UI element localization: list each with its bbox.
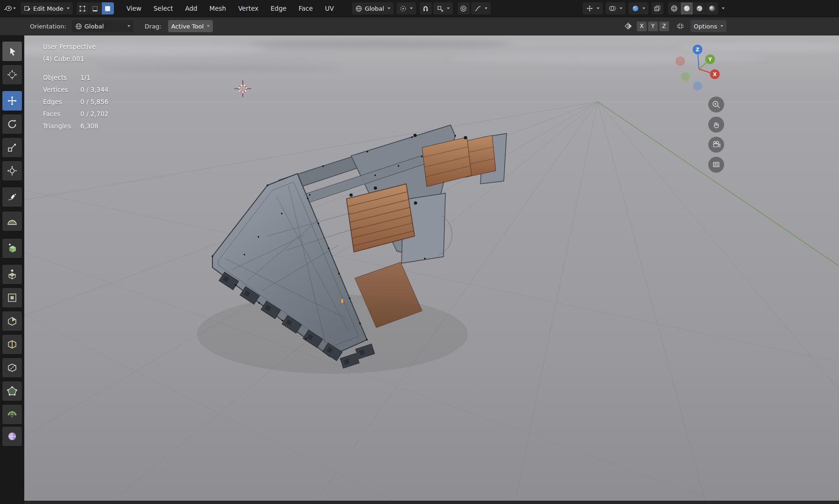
snap-target-icon — [437, 5, 444, 12]
annotate-pen-icon — [7, 191, 18, 203]
gizmo-z-neg[interactable] — [693, 82, 702, 90]
tool-poly-build[interactable] — [2, 381, 22, 401]
proportional-edit-button[interactable] — [458, 2, 470, 14]
pan-button[interactable] — [708, 117, 724, 133]
mode-dropdown[interactable]: Edit Mode — [21, 2, 73, 14]
gizmo-y-label: Y — [708, 56, 712, 63]
tool-measure[interactable] — [2, 211, 22, 231]
inset-icon — [7, 292, 18, 303]
stat-objects: Objects1/1 — [43, 71, 108, 84]
toggle-ortho-button[interactable] — [708, 157, 724, 173]
menu-mesh[interactable]: Mesh — [205, 3, 231, 14]
gizmo-z-label: Z — [696, 47, 699, 53]
tool-smooth[interactable] — [2, 426, 22, 447]
view-info: User Perspective (4) Cube.001 — [43, 41, 96, 65]
knife-icon — [7, 362, 18, 373]
tool-cursor[interactable] — [2, 64, 22, 85]
tool-spin[interactable] — [2, 404, 22, 425]
toggle-xray-button[interactable] — [651, 2, 663, 14]
snap-toggle-button[interactable] — [420, 2, 432, 14]
menu-uv[interactable]: UV — [321, 3, 338, 14]
globe-icon — [355, 5, 362, 12]
camera-view-button[interactable] — [708, 137, 724, 153]
face-select-button[interactable] — [102, 2, 114, 14]
snap-small-icon[interactable] — [676, 22, 685, 30]
shading-rendered-button[interactable] — [706, 2, 718, 14]
mirror-y-button[interactable]: Y — [648, 21, 658, 31]
tool-inset-faces[interactable] — [2, 287, 22, 308]
shading-preview-dropdown[interactable] — [628, 2, 649, 14]
pivot-point-dropdown[interactable] — [396, 2, 416, 14]
menu-add[interactable]: Add — [181, 3, 201, 14]
tool-annotate[interactable] — [2, 187, 22, 207]
toolbar — [0, 35, 24, 504]
tool-tweak[interactable] — [2, 41, 22, 62]
scale-icon — [7, 142, 18, 153]
tool-transform[interactable] — [2, 161, 22, 181]
shading-preview-icon — [632, 5, 639, 12]
mirror-z-button[interactable]: Z — [659, 21, 669, 31]
tool-rotate[interactable] — [2, 114, 22, 134]
menu-select[interactable]: Select — [149, 3, 177, 14]
view-label: User Perspective — [43, 41, 96, 53]
gizmo-x-label: X — [713, 71, 717, 77]
active-vertex-marker — [341, 299, 343, 303]
falloff-curve-icon — [474, 5, 481, 12]
menu-face[interactable]: Face — [295, 3, 317, 14]
tool-bevel[interactable] — [2, 311, 22, 331]
blender-logo-button[interactable] — [4, 2, 16, 14]
falloff-dropdown[interactable] — [471, 2, 491, 14]
mirror-icon[interactable] — [624, 22, 633, 30]
orientation-value-dropdown[interactable]: Global — [72, 20, 134, 32]
xray-icon — [654, 5, 661, 12]
orientation-label: Global — [365, 5, 384, 12]
object-name: (4) Cube.001 — [43, 53, 96, 65]
menu-view[interactable]: View — [122, 3, 146, 14]
menu-vertex[interactable]: Vertex — [234, 3, 262, 14]
viewport-nav-buttons — [708, 97, 724, 177]
solid-sphere-icon — [683, 5, 691, 12]
pan-hand-icon — [711, 119, 721, 130]
transform-orientation-dropdown[interactable]: Global — [352, 2, 393, 14]
shading-material-button[interactable] — [693, 2, 705, 14]
status-bar — [24, 501, 839, 504]
orientation-value: Global — [85, 23, 124, 30]
edge-select-icon — [92, 5, 99, 12]
gizmo-y-neg[interactable] — [681, 72, 690, 81]
shading-solid-button[interactable] — [681, 2, 693, 14]
tool-extrude-region[interactable] — [2, 264, 22, 285]
tool-loop-cut[interactable] — [2, 334, 22, 355]
navigation-gizmo[interactable]: Z Y X — [672, 42, 726, 96]
edge-select-button[interactable] — [89, 2, 101, 14]
show-gizmo-dropdown[interactable] — [583, 2, 603, 14]
menu-edge[interactable]: Edge — [267, 3, 291, 14]
vertex-select-button[interactable] — [77, 2, 89, 14]
ortho-grid-icon — [711, 160, 721, 170]
transform-icon — [7, 165, 18, 176]
tool-knife[interactable] — [2, 357, 22, 378]
tool-scale[interactable] — [2, 137, 22, 158]
globe-icon — [75, 23, 82, 30]
snap-target-dropdown[interactable] — [433, 2, 453, 14]
shading-wireframe-button[interactable] — [668, 2, 680, 14]
poly-build-icon — [7, 385, 18, 397]
viewport-3d[interactable]: User Perspective (4) Cube.001 Objects1/1… — [24, 35, 839, 504]
camera-icon — [711, 140, 721, 150]
drag-field-label: Drag: — [145, 23, 162, 30]
add-cube-icon — [7, 243, 18, 254]
tool-add-cube[interactable] — [2, 238, 22, 259]
zoom-button[interactable] — [708, 97, 724, 112]
show-overlays-dropdown[interactable] — [606, 2, 626, 14]
drag-value-dropdown[interactable]: Active Tool — [168, 20, 213, 32]
shading-dropdown-chevron[interactable] — [722, 7, 725, 9]
smooth-icon — [7, 431, 18, 442]
rendered-sphere-icon — [708, 5, 716, 12]
tool-move[interactable] — [2, 91, 22, 111]
options-dropdown[interactable]: Options — [691, 20, 726, 32]
stat-triangles: Triangles6,308 — [43, 120, 108, 132]
show-overlays-icon — [609, 5, 616, 12]
gizmo-x-neg[interactable] — [676, 57, 684, 65]
mirror-x-button[interactable]: X — [637, 21, 647, 31]
options-label: Options — [694, 23, 717, 30]
face-select-icon — [104, 5, 111, 12]
